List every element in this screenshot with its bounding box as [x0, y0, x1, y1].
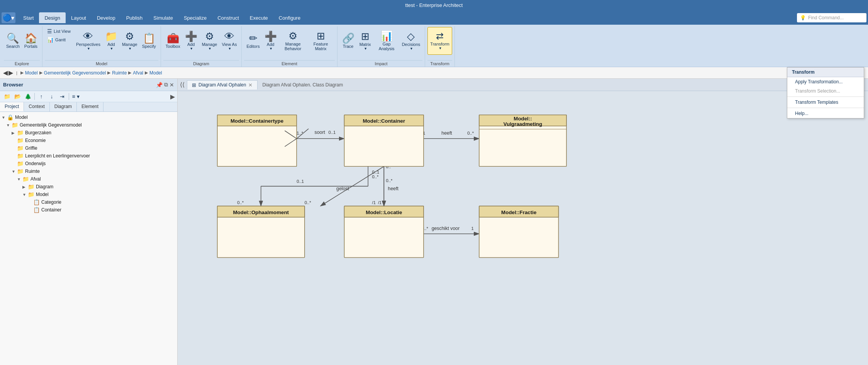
diagram-tab-close[interactable]: ✕	[248, 82, 253, 88]
svg-text:Model::: Model::	[514, 116, 532, 122]
btn-list-view[interactable]: ☰ List View	[45, 27, 73, 35]
dropdown-transform-templates[interactable]: Transform Templates	[787, 98, 864, 107]
btn-toolbox[interactable]: 🧰 Toolbox	[163, 27, 183, 55]
browser-expand-arrow[interactable]: ▶	[170, 93, 175, 100]
menu-simulate[interactable]: Simulate	[148, 12, 178, 23]
browser-close-btn[interactable]: ✕	[170, 82, 174, 88]
btn-perspectives[interactable]: 👁 Perspectives ▼	[74, 27, 103, 55]
btn-specify[interactable]: 📋 Specify	[140, 27, 158, 55]
svg-text:Vulgraadmeting: Vulgraadmeting	[504, 121, 542, 127]
btn-manage-model[interactable]: ⚙ Manage ▼	[120, 27, 140, 55]
browser-tab-diagram[interactable]: Diagram	[50, 102, 77, 112]
diagram-tab[interactable]: ⊞ Diagram Afval Ophalen ✕	[187, 80, 258, 90]
svg-text:0..*: 0..*	[372, 174, 379, 179]
tree-item-model-afval[interactable]: ▼ 📁 Model	[0, 191, 177, 198]
svg-text:geschikt voor: geschikt voor	[432, 226, 460, 231]
diagram-nav-left[interactable]: ⟨⟨	[180, 81, 185, 88]
uml-node-ophaalmoment[interactable]: Model::Ophaalmoment	[217, 206, 305, 258]
nav-sep-root: |	[16, 71, 17, 75]
browser-tab-element[interactable]: Element	[77, 102, 103, 112]
nav-crumb-model[interactable]: Model	[25, 70, 38, 76]
find-command-box[interactable]: 💡 Find Command...	[797, 13, 866, 22]
tree-item-container[interactable]: 📋 Container	[0, 206, 177, 214]
menu-execute[interactable]: Execute	[244, 12, 273, 23]
list-view-icon: ☰	[47, 28, 52, 34]
btn-move-up[interactable]: ↑	[37, 92, 46, 101]
search-icon: 🔍	[7, 33, 19, 43]
menu-specialize[interactable]: Specialize	[178, 12, 212, 23]
btn-add-element[interactable]: ➕ Add ▼	[262, 27, 279, 55]
btn-add-diagram[interactable]: ➕ Add ▼	[183, 27, 200, 55]
menu-publish[interactable]: Publish	[121, 12, 148, 23]
btn-tree-view[interactable]: 🌲	[23, 92, 32, 101]
tree-item-onderwijs[interactable]: 📁 Onderwijs	[0, 160, 177, 167]
expander-model-afval: ▼	[22, 193, 28, 197]
btn-gap-analysis[interactable]: 📊 Gap Analysis	[374, 27, 400, 55]
btn-matrix[interactable]: ⊞ Matrix ▼	[357, 27, 374, 55]
expander-ruimte: ▼	[12, 169, 17, 174]
btn-editors[interactable]: ✏ Editors	[244, 27, 262, 55]
tree-item-afval[interactable]: ▼ 📁 Afval	[0, 175, 177, 183]
tree-item-model-root[interactable]: ▼ 🔒 Model	[0, 113, 177, 121]
btn-manage-diagram[interactable]: ⚙ Manage ▼	[200, 27, 220, 55]
tree-item-ggm[interactable]: ▼ 📁 Gemeentelijk Gegevensmodel	[0, 121, 177, 129]
btn-new-folder[interactable]: 📁	[2, 92, 12, 101]
menu-start[interactable]: Start	[18, 12, 39, 23]
svg-text:0..1: 0..1	[297, 179, 304, 184]
btn-move-indent[interactable]: ⇥	[58, 92, 67, 101]
browser-pin-btn[interactable]: 📌	[156, 82, 163, 88]
uml-node-fractie[interactable]: Model::Fractie	[479, 206, 559, 258]
btn-move-down[interactable]: ↓	[47, 92, 56, 101]
tree-item-categorie[interactable]: 📋 Categorie	[0, 198, 177, 206]
btn-new-package[interactable]: 📂	[13, 92, 22, 101]
btn-more-options[interactable]: ≡ ▾	[71, 92, 80, 101]
matrix-dropdown-arrow: ▼	[364, 47, 367, 51]
uml-node-locatie[interactable]: Model::Locatie	[344, 206, 424, 258]
btn-transform[interactable]: ⇄ Transform ▼	[427, 27, 452, 55]
uml-node-containertype[interactable]: Model::Containertype	[217, 115, 297, 167]
manage-model-dropdown-arrow: ▼	[128, 47, 132, 51]
btn-manage-diagram-label: Manage	[202, 42, 217, 47]
btn-decisions[interactable]: ◇ Decisions ▼	[400, 27, 423, 55]
browser-float-btn[interactable]: ⧉	[164, 81, 168, 88]
btn-search[interactable]: 🔍 Search	[4, 27, 22, 55]
browser-tabs: Project Context Diagram Element	[0, 102, 177, 112]
menu-design[interactable]: Design	[39, 12, 65, 23]
btn-add-model[interactable]: 📁 Add ▼	[103, 27, 120, 55]
dropdown-help[interactable]: Help...	[787, 109, 864, 118]
diagram-area: ⟨⟨ ⊞ Diagram Afval Ophalen ✕ Diagram Afv…	[178, 79, 868, 365]
diagram-tab-icon: ⊞	[192, 82, 196, 88]
menu-construct[interactable]: Construct	[212, 12, 244, 23]
transform-label: Transform	[427, 60, 452, 67]
btn-trace[interactable]: 🔗 Trace	[340, 27, 357, 55]
btn-portals[interactable]: 🏠 Portals	[22, 27, 40, 55]
app-logo[interactable]: 🔵▾	[2, 12, 15, 23]
nav-forward-btn[interactable]: ▶	[8, 69, 13, 76]
tree-item-leerplicht[interactable]: 📁 Leerplicht en Leerlingenvervoer	[0, 152, 177, 160]
tree-item-ruimte[interactable]: ▼ 📁 Ruimte	[0, 167, 177, 175]
tree-item-economie[interactable]: 📁 Economie	[0, 137, 177, 144]
btn-view-as[interactable]: 👁 View As ▼	[219, 27, 239, 55]
btn-trace-label: Trace	[343, 44, 354, 49]
nav-crumb-model2[interactable]: Model	[149, 70, 162, 76]
btn-gantt[interactable]: 📊 Gantt	[45, 35, 73, 44]
browser-tab-project[interactable]: Project	[0, 102, 24, 112]
btn-feature-matrix[interactable]: ⊞ Feature Matrix	[307, 27, 335, 55]
nav-crumb-ggm[interactable]: Gemeentelijk Gegevensmodel	[44, 70, 106, 76]
diagram-canvas[interactable]: soort 1..* 0..1 0..* heeft 1 0..* gelost…	[178, 91, 868, 365]
browser-tab-context[interactable]: Context	[24, 102, 49, 112]
dropdown-apply-transformation[interactable]: Apply Transformation...	[787, 77, 864, 86]
menu-configure[interactable]: Configure	[273, 12, 306, 23]
nav-back-btn[interactable]: ◀	[3, 69, 8, 76]
btn-manage-behavior[interactable]: ⚙ Manage Behavior	[279, 27, 307, 55]
uml-node-container[interactable]: Model::Container	[344, 115, 424, 167]
tree-item-burgerzaken[interactable]: ▶ 📁 Burgerzaken	[0, 129, 177, 137]
menu-develop[interactable]: Develop	[92, 12, 121, 23]
diagram-tab-label: Diagram Afval Ophalen	[198, 82, 246, 88]
nav-crumb-ruimte[interactable]: Ruimte	[112, 70, 127, 76]
uml-node-vulgraadmeting[interactable]: Model:: Vulgraadmeting	[479, 115, 566, 167]
tree-item-diagram-folder[interactable]: ▶ 📁 Diagram	[0, 183, 177, 191]
tree-item-griffie[interactable]: 📁 Griffie	[0, 144, 177, 152]
menu-layout[interactable]: Layout	[66, 12, 92, 23]
nav-crumb-afval[interactable]: Afval	[133, 70, 143, 76]
